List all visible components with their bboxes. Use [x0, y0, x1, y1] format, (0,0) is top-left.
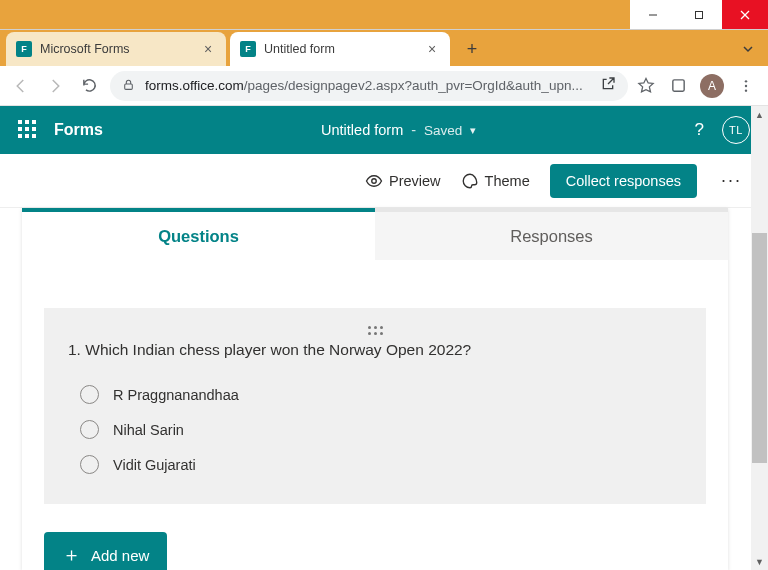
profile-avatar[interactable]: A	[700, 74, 724, 98]
tab-close-button[interactable]: ×	[424, 41, 440, 57]
app-header: Forms Untitled form - Saved ▾ ? TL	[0, 106, 768, 154]
bookmark-star-icon[interactable]	[636, 76, 656, 96]
window-titlebar	[0, 0, 768, 30]
option-row[interactable]: R Praggnanandhaa	[68, 377, 682, 412]
window-minimize-button[interactable]	[630, 0, 676, 29]
command-bar: Preview Theme Collect responses ···	[0, 154, 768, 208]
svg-point-6	[745, 80, 747, 82]
form-title: Untitled form	[321, 122, 403, 138]
tab-dropdown-button[interactable]	[734, 35, 762, 63]
new-tab-button[interactable]: +	[458, 35, 486, 63]
form-canvas: Questions Responses 1. Which Indian ches…	[22, 208, 728, 570]
nav-reload-button[interactable]	[76, 73, 102, 99]
theme-button[interactable]: Theme	[461, 172, 530, 190]
radio-icon	[80, 455, 99, 474]
tab-close-button[interactable]: ×	[200, 41, 216, 57]
palette-icon	[461, 172, 479, 190]
browser-tab[interactable]: F Microsoft Forms ×	[6, 32, 226, 66]
chevron-down-icon: ▾	[470, 124, 476, 137]
nav-forward-button[interactable]	[42, 73, 68, 99]
question-text[interactable]: 1. Which Indian chess player won the Nor…	[68, 341, 682, 359]
plus-icon: ＋	[62, 542, 81, 568]
browser-tabstrip: F Microsoft Forms × F Untitled form × +	[0, 30, 768, 66]
save-status: Saved	[424, 123, 462, 138]
tab-title: Microsoft Forms	[40, 42, 200, 56]
scroll-down-button[interactable]: ▼	[751, 553, 768, 570]
question-card[interactable]: 1. Which Indian chess player won the Nor…	[44, 308, 706, 504]
option-row[interactable]: Nihal Sarin	[68, 412, 682, 447]
svg-rect-1	[696, 11, 703, 18]
svg-point-8	[745, 89, 747, 91]
eye-icon	[365, 172, 383, 190]
lock-icon	[122, 78, 135, 94]
url-text: forms.office.com/pages/designpagev2.aspx…	[145, 78, 590, 93]
preview-button[interactable]: Preview	[365, 172, 441, 190]
favicon-icon: F	[240, 41, 256, 57]
scrollbar[interactable]: ▲ ▼	[751, 106, 768, 570]
address-bar[interactable]: forms.office.com/pages/designpagev2.aspx…	[110, 71, 628, 101]
canvas-tabs: Questions Responses	[22, 212, 728, 260]
svg-rect-5	[672, 80, 683, 91]
app-brand[interactable]: Forms	[54, 121, 103, 139]
more-options-button[interactable]: ···	[717, 170, 746, 191]
form-title-area[interactable]: Untitled form - Saved ▾	[103, 122, 695, 138]
svg-rect-4	[125, 83, 133, 88]
favicon-icon: F	[16, 41, 32, 57]
window-close-button[interactable]	[722, 0, 768, 29]
app-launcher-icon[interactable]	[18, 120, 38, 140]
svg-point-9	[372, 178, 377, 183]
drag-handle-icon[interactable]	[68, 326, 682, 329]
scroll-thumb[interactable]	[752, 233, 767, 463]
tab-title: Untitled form	[264, 42, 424, 56]
radio-icon	[80, 420, 99, 439]
page-content: Forms Untitled form - Saved ▾ ? TL Previ…	[0, 106, 768, 570]
help-button[interactable]: ?	[695, 120, 704, 140]
window-maximize-button[interactable]	[676, 0, 722, 29]
user-avatar[interactable]: TL	[722, 116, 750, 144]
svg-point-7	[745, 84, 747, 86]
browser-tab-active[interactable]: F Untitled form ×	[230, 32, 450, 66]
browser-toolbar: forms.office.com/pages/designpagev2.aspx…	[0, 66, 768, 106]
share-icon[interactable]	[600, 76, 616, 95]
tab-responses[interactable]: Responses	[375, 212, 728, 260]
extensions-icon[interactable]	[668, 76, 688, 96]
radio-icon	[80, 385, 99, 404]
scroll-up-button[interactable]: ▲	[751, 106, 768, 123]
collect-responses-button[interactable]: Collect responses	[550, 164, 697, 198]
add-new-button[interactable]: ＋ Add new	[44, 532, 167, 570]
browser-menu-button[interactable]	[736, 76, 756, 96]
option-row[interactable]: Vidit Gujarati	[68, 447, 682, 482]
tab-questions[interactable]: Questions	[22, 212, 375, 260]
nav-back-button[interactable]	[8, 73, 34, 99]
